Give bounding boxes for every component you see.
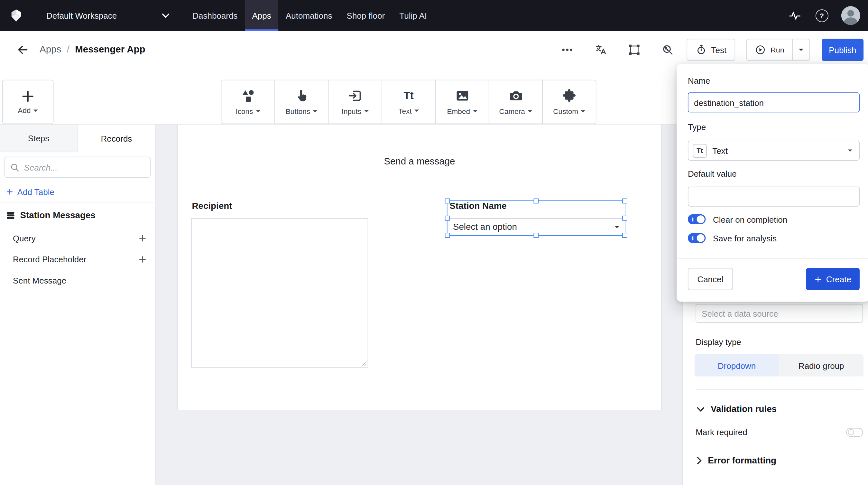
plus-icon <box>138 255 146 263</box>
run-icon <box>755 44 766 55</box>
mark-required-label: Mark required <box>695 427 747 437</box>
selection-handle-bottom-left[interactable] <box>445 233 450 238</box>
toolbar-text-button[interactable]: Tt Text <box>381 80 436 124</box>
page-title: Messenger App <box>75 44 145 55</box>
add-query-button[interactable] <box>135 231 150 245</box>
more-options-button[interactable] <box>556 39 578 61</box>
table-name: Station Messages <box>20 210 95 220</box>
header-icon-group <box>556 39 679 61</box>
run-button[interactable]: Run <box>747 39 792 60</box>
save-for-analysis-toggle[interactable] <box>688 233 706 243</box>
datasource-input[interactable] <box>695 304 863 323</box>
selection-handle-top-left[interactable] <box>445 199 450 203</box>
chevron-right-icon <box>697 457 702 464</box>
topnav-right-controls: ? <box>787 6 868 25</box>
nav-item-shop-floor[interactable]: Shop floor <box>339 0 392 31</box>
sidebar-item-sent-message[interactable]: Sent Message <box>0 270 155 291</box>
run-label: Run <box>771 46 784 54</box>
save-for-analysis-row: Save for analysis <box>688 233 777 243</box>
back-arrow-icon <box>17 44 29 56</box>
station-dropdown-value: Select an option <box>453 222 517 232</box>
mark-required-row: Mark required <box>695 427 863 437</box>
tab-steps[interactable]: Steps <box>0 125 78 152</box>
translate-button[interactable] <box>589 39 612 61</box>
run-options-button[interactable] <box>793 39 809 60</box>
nav-item-automations[interactable]: Automations <box>278 0 339 31</box>
toolbar-inputs-button[interactable]: Inputs <box>328 80 382 124</box>
bounds-button[interactable] <box>623 39 645 61</box>
create-button[interactable]: Create <box>806 268 860 290</box>
help-button[interactable]: ? <box>814 8 829 23</box>
toolbar-camera-button[interactable]: Camera <box>489 80 543 124</box>
toolbar-custom-button[interactable]: Custom <box>542 80 596 124</box>
mark-required-toggle[interactable] <box>846 428 863 437</box>
text-Tt-icon: Tt <box>404 89 414 102</box>
chevron-down-icon <box>313 110 317 112</box>
app-header: Apps / Messenger App <box>0 31 868 68</box>
test-button[interactable]: Test <box>687 39 736 61</box>
toolbar-embed-button[interactable]: Embed <box>435 80 489 124</box>
top-navigation-bar: Default Workspace Dashboards Apps Automa… <box>0 0 868 31</box>
run-button-group: Run <box>747 39 810 61</box>
add-button[interactable]: Add <box>2 80 54 124</box>
selection-handle-bottom-center[interactable] <box>533 233 538 238</box>
clear-on-completion-label: Clear on completion <box>713 215 787 224</box>
workspace-name: Default Workspace <box>46 11 162 20</box>
search-input[interactable] <box>4 157 151 178</box>
validation-rules-header[interactable]: Validation rules <box>697 404 777 414</box>
test-icon <box>695 44 707 55</box>
publish-button[interactable]: Publish <box>822 39 864 61</box>
activity-button[interactable] <box>787 8 802 23</box>
clear-on-completion-toggle[interactable] <box>688 214 706 224</box>
selection-handle-middle-left[interactable] <box>445 216 450 220</box>
sidebar-item-query[interactable]: Query <box>0 228 155 248</box>
error-formatting-header[interactable]: Error formatting <box>697 456 776 466</box>
default-value-input[interactable] <box>688 187 860 207</box>
display-type-dropdown-option[interactable]: Dropdown <box>694 354 779 376</box>
puzzle-icon <box>562 88 577 103</box>
avatar-image <box>841 6 860 25</box>
type-value: Text <box>712 146 728 155</box>
toolbar-buttons-button[interactable]: Buttons <box>274 80 329 124</box>
add-table-label: Add Table <box>18 187 54 196</box>
tulip-logo[interactable] <box>0 8 32 23</box>
toggle-knob <box>697 215 705 223</box>
chevron-down-icon <box>799 49 803 51</box>
cancel-button[interactable]: Cancel <box>688 268 733 290</box>
display-type-radio-group-option[interactable]: Radio group <box>779 354 864 376</box>
selection-handle-top-right[interactable] <box>622 199 627 203</box>
tab-records[interactable]: Records <box>78 125 155 152</box>
inspect-button[interactable] <box>657 39 679 61</box>
chevron-down-icon <box>256 110 260 112</box>
resize-grip-icon <box>362 361 367 367</box>
workspace-selector[interactable]: Default Workspace <box>32 0 179 31</box>
step-title-widget[interactable]: Send a message <box>178 156 661 167</box>
variable-name-input[interactable] <box>688 92 860 112</box>
step-canvas: Send a message Recipient Station Name Se… <box>156 125 682 485</box>
test-label: Test <box>711 45 726 54</box>
breadcrumb-apps-link[interactable]: Apps <box>39 44 61 55</box>
breadcrumb: Apps / Messenger App <box>39 44 145 55</box>
recipient-input-widget[interactable] <box>191 218 368 367</box>
sidebar-item-record-placeholder[interactable]: Record Placeholder <box>0 248 155 269</box>
selection-handle-bottom-right[interactable] <box>622 233 627 238</box>
avatar[interactable] <box>841 6 860 25</box>
add-record-placeholder-button[interactable] <box>135 252 150 267</box>
translate-icon <box>594 44 607 56</box>
tulip-logo-icon <box>8 8 24 23</box>
table-item-station-messages[interactable]: Station Messages <box>0 203 155 228</box>
nav-item-dashboards[interactable]: Dashboards <box>185 0 245 31</box>
selection-handle-middle-right[interactable] <box>622 216 627 220</box>
add-table-button[interactable]: Add Table <box>0 182 155 201</box>
back-button[interactable] <box>14 41 31 58</box>
nav-item-tulip-ai[interactable]: Tulip AI <box>392 0 434 31</box>
nav-item-apps[interactable]: Apps <box>245 0 278 31</box>
validation-rules-label: Validation rules <box>711 404 777 414</box>
toolbar-icons-button[interactable]: Icons <box>221 80 275 124</box>
search-icon <box>10 163 19 172</box>
type-select[interactable]: Tt Text <box>688 141 860 160</box>
station-name-label: Station Name <box>450 201 507 211</box>
create-label: Create <box>826 274 851 283</box>
selection-handle-top-center[interactable] <box>533 199 538 203</box>
chevron-down-icon <box>848 149 852 152</box>
